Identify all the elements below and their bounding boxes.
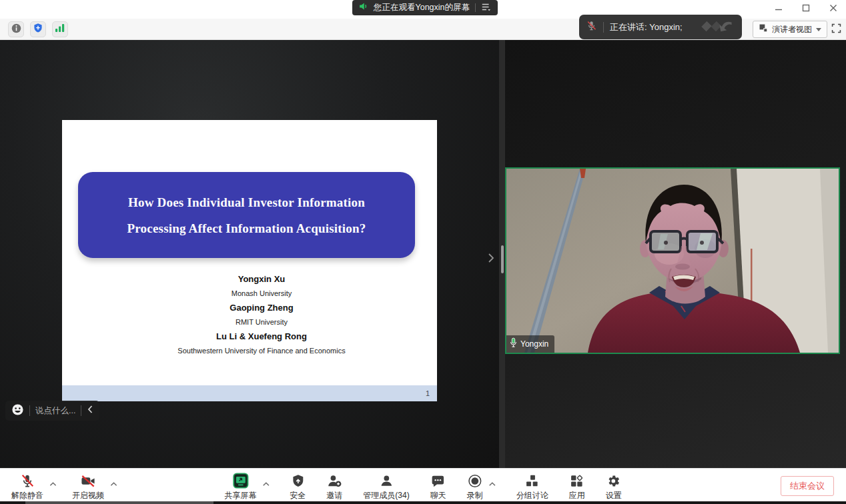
active-speaker-pill: 正在讲话: Yongxin; bbox=[579, 15, 742, 39]
slide-title-line1: How Does Individual Investor Information bbox=[128, 189, 365, 215]
webcam-video bbox=[506, 169, 839, 353]
author-name: Gaoping Zheng bbox=[74, 301, 449, 315]
bottom-edge-strip bbox=[0, 501, 846, 504]
mic-active-icon bbox=[510, 337, 517, 351]
record-icon bbox=[467, 473, 482, 489]
author-name: Lu Li & Xuefeng Rong bbox=[74, 329, 449, 344]
start-video-label: 开启视频 bbox=[72, 490, 104, 501]
expand-panel-button[interactable] bbox=[485, 250, 497, 266]
slide-footer-band: 1 bbox=[62, 385, 437, 401]
pill-divider bbox=[81, 405, 81, 416]
menu-icon[interactable] bbox=[481, 2, 492, 14]
mic-muted-icon bbox=[586, 20, 597, 34]
screen-audio-icon bbox=[358, 1, 368, 14]
apps-label: 应用 bbox=[569, 490, 585, 501]
meeting-info-button[interactable] bbox=[8, 21, 24, 37]
slide-title-box: How Does Individual Investor Information… bbox=[78, 172, 415, 258]
maximize-button[interactable] bbox=[801, 3, 811, 13]
info-icon bbox=[11, 23, 22, 37]
shield-plus-icon bbox=[33, 23, 43, 36]
divider-handle[interactable] bbox=[501, 245, 504, 273]
chat-label: 聊天 bbox=[430, 490, 446, 501]
security-button[interactable]: 安全 bbox=[286, 469, 309, 501]
pill-divider bbox=[29, 405, 30, 416]
signal-bars-icon bbox=[55, 23, 65, 35]
participants-icon bbox=[379, 473, 394, 489]
audio-options-button[interactable] bbox=[47, 477, 59, 489]
security-label: 安全 bbox=[290, 490, 306, 501]
meeting-toolbar: 解除静音 开启视频 共享屏幕 安全 bbox=[0, 468, 846, 501]
viewing-banner: 您正在观看Yongxin的屏幕 bbox=[352, 0, 498, 15]
apps-icon bbox=[570, 473, 584, 489]
record-label: 录制 bbox=[467, 490, 483, 501]
invite-button[interactable]: 邀请 bbox=[323, 469, 346, 501]
chevron-right-icon bbox=[487, 252, 495, 264]
chevron-up-icon bbox=[262, 481, 270, 487]
settings-button[interactable]: 设置 bbox=[602, 469, 625, 501]
chevron-up-icon bbox=[110, 481, 117, 487]
chat-icon bbox=[431, 473, 446, 489]
shield-icon bbox=[291, 473, 305, 489]
chevron-up-icon bbox=[489, 481, 496, 487]
breakout-label: 分组讨论 bbox=[516, 490, 548, 501]
speaking-label: 正在讲话: Yongxin; bbox=[610, 21, 683, 33]
breakout-rooms-button[interactable]: 分组讨论 bbox=[513, 469, 552, 501]
speaker-view-icon bbox=[759, 23, 768, 35]
speaker-view-label: 演讲者视图 bbox=[772, 24, 812, 35]
settings-label: 设置 bbox=[606, 490, 622, 501]
shared-screen-pane: How Does Individual Investor Information… bbox=[0, 40, 499, 468]
bottom-edge-segment bbox=[25, 501, 214, 504]
minimize-button[interactable] bbox=[774, 3, 783, 13]
record-options-button[interactable] bbox=[486, 477, 499, 489]
encryption-button[interactable] bbox=[30, 21, 46, 37]
author-affiliation: Monash University bbox=[74, 287, 449, 301]
gear-icon bbox=[606, 473, 621, 489]
record-button[interactable]: 录制 bbox=[464, 469, 486, 501]
share-options-button[interactable] bbox=[260, 477, 272, 489]
start-video-button[interactable]: 开启视频 bbox=[69, 469, 107, 501]
invite-icon bbox=[326, 473, 342, 489]
connection-quality-indicator[interactable] bbox=[52, 21, 68, 37]
author-affiliation: Southwestern University of Finance and E… bbox=[74, 344, 449, 359]
participants-label: 管理成员(34) bbox=[363, 490, 409, 501]
viewing-banner-label: 您正在观看Yongxin的屏幕 bbox=[374, 2, 470, 13]
chat-quick-pill: 说点什么... bbox=[5, 401, 99, 421]
share-screen-button[interactable]: 共享屏幕 bbox=[221, 469, 260, 501]
banner-divider bbox=[475, 3, 476, 12]
unmute-label: 解除静音 bbox=[11, 490, 43, 501]
chevron-left-icon bbox=[87, 405, 93, 414]
fullscreen-icon bbox=[831, 23, 842, 37]
camera-muted-icon bbox=[80, 473, 96, 489]
author-name: Yongxin Xu bbox=[74, 272, 449, 287]
share-screen-label: 共享屏幕 bbox=[224, 490, 256, 501]
pill-divider bbox=[603, 22, 604, 33]
speaker-view-button[interactable]: 演讲者视图 bbox=[753, 21, 827, 38]
mic-muted-icon bbox=[20, 473, 35, 489]
presentation-slide: How Does Individual Investor Information… bbox=[62, 120, 437, 401]
slide-authors: Yongxin Xu Monash University Gaoping Zhe… bbox=[74, 272, 449, 358]
share-screen-icon bbox=[232, 473, 249, 489]
emoji-button[interactable] bbox=[11, 403, 24, 419]
video-pane: Yongxin bbox=[505, 40, 846, 468]
meeting-window: 您正在观看Yongxin的屏幕 正在讲话: Yongxin; 演讲者视图 bbox=[0, 0, 846, 504]
chevron-up-icon bbox=[49, 481, 57, 487]
participant-name: Yongxin bbox=[520, 339, 548, 349]
pane-divider bbox=[499, 40, 505, 468]
participant-video-tile[interactable]: Yongxin bbox=[505, 167, 840, 354]
invite-label: 邀请 bbox=[326, 490, 342, 501]
unmute-button[interactable]: 解除静音 bbox=[8, 469, 47, 501]
slide-page-number: 1 bbox=[426, 385, 430, 401]
participants-button[interactable]: 管理成员(34) bbox=[360, 469, 412, 501]
breakout-icon bbox=[525, 473, 540, 489]
chevron-down-icon bbox=[816, 28, 821, 31]
close-button[interactable] bbox=[829, 3, 838, 13]
fullscreen-button[interactable] bbox=[829, 22, 843, 37]
chat-input-placeholder[interactable]: 说点什么... bbox=[35, 405, 75, 417]
video-options-button[interactable] bbox=[107, 477, 120, 489]
chat-button[interactable]: 聊天 bbox=[427, 469, 450, 501]
main-area: How Does Individual Investor Information… bbox=[0, 40, 846, 468]
end-meeting-button[interactable]: 结束会议 bbox=[781, 476, 834, 496]
slide-title-line2: Processing Affect Information Acquisitio… bbox=[127, 215, 366, 241]
collapse-chat-button[interactable] bbox=[87, 405, 93, 417]
apps-button[interactable]: 应用 bbox=[566, 469, 588, 501]
